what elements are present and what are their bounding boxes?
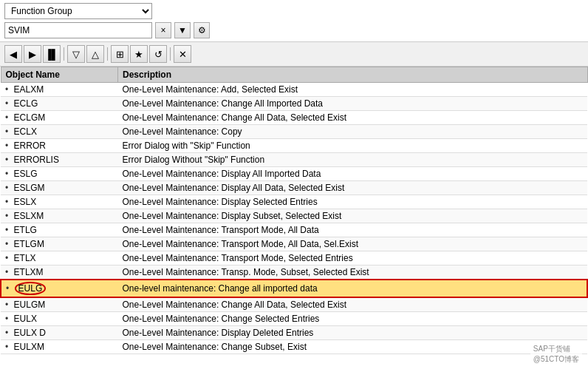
table-row[interactable]: • EULX DOne-Level Maintenance: Display D… bbox=[1, 326, 587, 340]
cell-description: One-Level Maintenance: Transport Mode, A… bbox=[118, 223, 587, 237]
cell-object-name: • EALXM bbox=[1, 83, 118, 97]
settings-button[interactable]: ⚙ bbox=[194, 22, 210, 38]
cell-description: One-level maintenance: Change all import… bbox=[118, 280, 587, 297]
object-name-text: EULGM bbox=[14, 300, 46, 310]
object-name-text: ECLX bbox=[14, 126, 37, 137]
object-table: Object Name Description • EALXMOne-Level… bbox=[0, 67, 588, 354]
cell-description: One-Level Maintenance: Transp. Mode, Sub… bbox=[118, 266, 587, 280]
bullet-icon: • bbox=[5, 239, 11, 249]
bullet-icon: • bbox=[5, 98, 11, 109]
watermark: SAP干货铺 @51CTO博客 bbox=[530, 342, 582, 366]
bullet-icon: • bbox=[5, 141, 11, 151]
function-group-select[interactable]: Function Group bbox=[4, 3, 152, 19]
bullet-icon: • bbox=[5, 211, 11, 221]
toolbar-pause-btn[interactable]: ▐▌ bbox=[43, 45, 61, 63]
cell-description: One-Level Maintenance: Transport Mode, S… bbox=[118, 251, 587, 266]
toolbar-forward-btn[interactable]: ▶ bbox=[24, 45, 41, 63]
bullet-icon: • bbox=[5, 126, 11, 137]
highlighted-name: EULG bbox=[15, 282, 47, 295]
object-name-text: ERRORLIS bbox=[14, 155, 59, 165]
object-name-text: ERROR bbox=[14, 141, 46, 151]
cell-description: One-Level Maintenance: Copy bbox=[118, 125, 587, 139]
cell-description: One-Level Maintenance: Change Subset, Ex… bbox=[118, 340, 587, 354]
bullet-icon: • bbox=[5, 300, 11, 310]
cell-object-name: • ETLX bbox=[1, 251, 118, 266]
table-row[interactable]: • ESLGOne-Level Maintenance: Display All… bbox=[1, 167, 587, 181]
table-row[interactable]: • ECLGOne-Level Maintenance: Change All … bbox=[1, 97, 587, 111]
table-row[interactable]: • ETLGMOne-Level Maintenance: Transport … bbox=[1, 237, 587, 251]
table-row[interactable]: • EULGMOne-Level Maintenance: Change All… bbox=[1, 297, 587, 312]
cell-description: One-Level Maintenance: Change All Data, … bbox=[118, 297, 587, 312]
toolbar-up-btn[interactable]: △ bbox=[86, 45, 104, 63]
object-name-text: ETLG bbox=[14, 225, 37, 235]
bullet-icon: • bbox=[5, 169, 11, 179]
table-row[interactable]: • EULXMOne-Level Maintenance: Change Sub… bbox=[1, 340, 587, 354]
toolbar-down-btn[interactable]: ▽ bbox=[67, 45, 85, 63]
object-name-text: EULX bbox=[14, 314, 37, 324]
bullet-icon: • bbox=[5, 225, 11, 235]
table-row[interactable]: • EULXOne-Level Maintenance: Change Sele… bbox=[1, 312, 587, 326]
cell-object-name: • EULGM bbox=[1, 297, 118, 312]
toolbar-grid-btn[interactable]: ⊞ bbox=[111, 45, 129, 63]
toolbar-close-btn[interactable]: ✕ bbox=[174, 45, 191, 63]
cell-object-name: • ESLXM bbox=[1, 209, 118, 223]
bullet-icon: • bbox=[5, 197, 11, 207]
object-name-text: ETLGM bbox=[14, 239, 44, 249]
toolbar-refresh-btn[interactable]: ↺ bbox=[149, 45, 167, 63]
table-row[interactable]: • ETLXOne-Level Maintenance: Transport M… bbox=[1, 251, 587, 266]
cell-object-name: • EULX D bbox=[1, 326, 118, 340]
object-name-text: ESLXM bbox=[14, 211, 44, 221]
table-row[interactable]: • EULGOne-level maintenance: Change all … bbox=[1, 280, 587, 297]
cell-description: One-Level Maintenance: Display Deleted E… bbox=[118, 326, 587, 340]
table-row[interactable]: • ECLXOne-Level Maintenance: Copy bbox=[1, 125, 587, 139]
object-name-text: ESLG bbox=[14, 169, 38, 179]
bullet-icon: • bbox=[5, 253, 11, 263]
col-description: Description bbox=[118, 67, 587, 83]
cell-description: Error Dialog Without "Skip" Function bbox=[118, 153, 587, 167]
table-row[interactable]: • EALXMOne-Level Maintenance: Add, Selec… bbox=[1, 83, 587, 97]
table-row[interactable]: • ESLGMOne-Level Maintenance: Display Al… bbox=[1, 181, 587, 195]
bullet-icon: • bbox=[5, 155, 11, 165]
toolbar-back-btn[interactable]: ◀ bbox=[4, 45, 22, 63]
table-row[interactable]: • ETLGOne-Level Maintenance: Transport M… bbox=[1, 223, 587, 237]
cell-object-name: • ESLG bbox=[1, 167, 118, 181]
cell-object-name: • EULX bbox=[1, 312, 118, 326]
table-row[interactable]: • ETLXMOne-Level Maintenance: Transp. Mo… bbox=[1, 266, 587, 280]
bullet-icon: • bbox=[5, 183, 11, 193]
clear-button[interactable]: × bbox=[155, 22, 171, 38]
bullet-icon: • bbox=[5, 84, 11, 95]
search-row: × ▼ ⚙ bbox=[4, 22, 584, 38]
table-row[interactable]: • ERRORError Dialog with "Skip" Function bbox=[1, 139, 587, 153]
toolbar: ◀ ▶ ▐▌ ▽ △ ⊞ ★ ↺ ✕ bbox=[0, 42, 588, 67]
cell-description: One-Level Maintenance: Change Selected E… bbox=[118, 312, 587, 326]
object-name-text: ETLX bbox=[14, 253, 36, 263]
table-row[interactable]: • ESLXOne-Level Maintenance: Display Sel… bbox=[1, 195, 587, 209]
cell-description: One-Level Maintenance: Display Subset, S… bbox=[118, 209, 587, 223]
cell-object-name: • ETLGM bbox=[1, 237, 118, 251]
toolbar-star-btn[interactable]: ★ bbox=[130, 45, 148, 63]
cell-description: Error Dialog with "Skip" Function bbox=[118, 139, 587, 153]
dropdown-button[interactable]: ▼ bbox=[174, 22, 191, 38]
cell-object-name: • ECLGM bbox=[1, 111, 118, 125]
cell-description: One-Level Maintenance: Add, Selected Exi… bbox=[118, 83, 587, 97]
cell-object-name: • ERRORLIS bbox=[1, 153, 118, 167]
bullet-icon: • bbox=[5, 328, 11, 338]
object-name-text: ETLXM bbox=[14, 267, 44, 277]
cell-object-name: • ERROR bbox=[1, 139, 118, 153]
cell-description: One-Level Maintenance: Change All Data, … bbox=[118, 111, 587, 125]
table-row[interactable]: • ESLXMOne-Level Maintenance: Display Su… bbox=[1, 209, 587, 223]
search-input[interactable] bbox=[4, 22, 152, 38]
table-row[interactable]: • ERRORLISError Dialog Without "Skip" Fu… bbox=[1, 153, 587, 167]
cell-object-name: • EULXM bbox=[1, 340, 118, 354]
object-name-text: EULXM bbox=[14, 342, 44, 352]
object-name-text: EULX D bbox=[14, 328, 46, 338]
bullet-icon: • bbox=[5, 112, 11, 123]
bullet-icon: • bbox=[5, 314, 11, 324]
object-name-text: ECLGM bbox=[14, 112, 46, 123]
cell-description: One-Level Maintenance: Display All Impor… bbox=[118, 167, 587, 181]
function-group-row: Function Group bbox=[4, 3, 584, 19]
table-row[interactable]: • ECLGMOne-Level Maintenance: Change All… bbox=[1, 111, 587, 125]
cell-description: One-Level Maintenance: Display All Data,… bbox=[118, 181, 587, 195]
cell-object-name: • ETLXM bbox=[1, 266, 118, 280]
cell-description: One-Level Maintenance: Transport Mode, A… bbox=[118, 237, 587, 251]
